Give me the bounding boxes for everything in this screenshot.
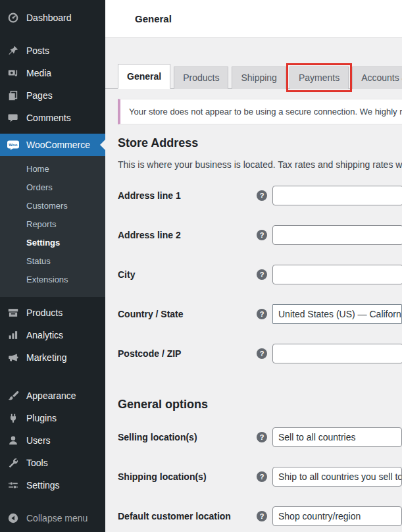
submenu-item-orders[interactable]: Orders (0, 178, 105, 197)
tab-accounts-privacy[interactable]: Accounts & (352, 66, 402, 89)
sidebar-item-label: Products (26, 307, 63, 318)
help-icon[interactable]: ? (257, 348, 267, 359)
sidebar-item-pages[interactable]: Pages (0, 84, 105, 107)
sidebar-item-label: Analytics (26, 330, 63, 340)
form-row-selling-locations: Selling location(s) ? Sell to all countr… (105, 427, 402, 447)
submenu-item-settings[interactable]: Settings (0, 234, 105, 252)
help-icon[interactable]: ? (257, 269, 267, 280)
sidebar-item-label: Collapse menu (26, 513, 88, 523)
field-label: Address line 1 (118, 190, 257, 201)
default-customer-location-select[interactable]: Shop country/region (272, 506, 402, 526)
general-options-heading: General options (118, 398, 402, 412)
sidebar-item-analytics[interactable]: Analytics (0, 324, 105, 346)
megaphone-icon (7, 351, 20, 364)
submenu-item-customers[interactable]: Customers (0, 197, 105, 215)
svg-text:Woo: Woo (9, 142, 18, 147)
settings-tabs: GeneralProductsShippingPaymentsAccounts … (105, 64, 402, 89)
box-icon (7, 306, 20, 319)
collapse-arrow-icon (7, 512, 20, 525)
woocommerce-icon: Woo (7, 138, 20, 151)
sidebar-item-label: Plugins (26, 413, 57, 423)
form-row-shipping-locations: Shipping location(s) ? Ship to all count… (105, 467, 402, 487)
brush-icon (7, 389, 20, 402)
sidebar-item-users[interactable]: Users (0, 429, 105, 452)
field-label: City (118, 269, 257, 280)
help-icon[interactable]: ? (257, 471, 267, 482)
main-content: General GeneralProductsShippingPaymentsA… (105, 0, 402, 532)
page-header: General (105, 0, 402, 38)
sidebar-item-marketing[interactable]: Marketing (0, 346, 105, 369)
form-row-address-line-1: Address line 1 ? (105, 186, 402, 205)
tab-shipping[interactable]: Shipping (232, 66, 286, 89)
sidebar-item-label: Comments (26, 113, 71, 123)
field-label: Address line 2 (118, 230, 257, 240)
store-address-description: This is where your business is located. … (118, 159, 402, 170)
field-label: Postcode / ZIP (118, 348, 257, 359)
sidebar-item-label: Pages (26, 90, 53, 101)
sidebar-item-media[interactable]: Media (0, 62, 105, 84)
sidebar-item-dashboard[interactable]: Dashboard (0, 7, 105, 29)
sidebar-item-comments[interactable]: Comments (0, 107, 105, 129)
selected-value: United States (US) — California (278, 309, 402, 319)
field-label: Country / State (118, 309, 257, 319)
city-input[interactable] (272, 265, 402, 284)
field-label: Default customer location (118, 511, 257, 521)
submenu-item-home[interactable]: Home (0, 160, 105, 178)
store-address-form: Address line 1 ? Address line 2 ? City ?… (105, 186, 402, 363)
page-title: General (135, 13, 172, 24)
sidebar-item-label: Marketing (26, 352, 66, 363)
wrench-icon (7, 456, 20, 469)
comment-icon (7, 111, 20, 124)
media-icon (7, 66, 20, 80)
sidebar-item-settings[interactable]: Settings (0, 474, 105, 496)
sidebar-item-plugins[interactable]: Plugins (0, 407, 105, 429)
woocommerce-submenu: Home Orders Customers Reports Settings S… (0, 156, 105, 297)
selling-locations-select[interactable]: Sell to all countries (272, 427, 402, 447)
selected-value: Shop country/region (278, 511, 361, 521)
shipping-locations-select[interactable]: Ship to all countries you sell to (272, 467, 402, 487)
form-row-address-line-2: Address line 2 ? (105, 225, 402, 245)
help-icon[interactable]: ? (257, 432, 267, 442)
help-icon[interactable]: ? (257, 511, 267, 521)
admin-sidebar: Dashboard Posts Media Pages Comments Woo… (0, 0, 105, 532)
secure-connection-notice: Your store does not appear to be using a… (118, 99, 402, 124)
tab-products[interactable]: Products (174, 66, 228, 89)
tab-general[interactable]: General (118, 64, 170, 89)
submenu-item-extensions[interactable]: Extensions (0, 271, 105, 289)
sidebar-item-label: Tools (26, 458, 48, 468)
form-row-postcode-zip: Postcode / ZIP ? (105, 344, 402, 363)
sidebar-item-label: Settings (26, 480, 60, 491)
sidebar-item-tools[interactable]: Tools (0, 452, 105, 474)
country-state-select[interactable]: United States (US) — California (272, 304, 402, 324)
tab-payments[interactable]: Payments (289, 66, 349, 89)
submenu-item-status[interactable]: Status (0, 252, 105, 271)
field-label: Shipping location(s) (118, 471, 257, 482)
help-icon[interactable]: ? (257, 230, 267, 240)
sidebar-item-woocommerce[interactable]: Woo WooCommerce (0, 134, 105, 156)
store-address-heading: Store Address (118, 136, 402, 150)
postcode-zip-input[interactable] (272, 344, 402, 363)
collapse-menu-button[interactable]: Collapse menu (0, 507, 105, 529)
current-menu-arrow-icon (100, 140, 105, 150)
plug-icon (7, 412, 20, 425)
notice-text: Your store does not appear to be using a… (129, 107, 402, 117)
field-label: Selling location(s) (118, 432, 257, 442)
sidebar-item-label: Posts (26, 45, 49, 56)
sidebar-item-label: Media (26, 68, 51, 78)
sidebar-item-products[interactable]: Products (0, 302, 105, 324)
person-icon (7, 434, 20, 447)
sidebar-item-label: Appearance (26, 390, 76, 401)
address-line-2-input[interactable] (272, 225, 402, 245)
selected-value: Ship to all countries you sell to (278, 471, 402, 482)
sidebar-item-appearance[interactable]: Appearance (0, 385, 105, 407)
help-icon[interactable]: ? (257, 309, 267, 319)
sidebar-item-label: Users (26, 435, 51, 446)
address-line-1-input[interactable] (272, 186, 402, 205)
help-icon[interactable]: ? (257, 190, 267, 201)
general-options-form: Selling location(s) ? Sell to all countr… (105, 427, 402, 526)
submenu-item-reports[interactable]: Reports (0, 215, 105, 234)
form-row-country-state: Country / State ? United States (US) — C… (105, 304, 402, 324)
bar-chart-icon (7, 329, 20, 342)
dashboard-icon (7, 11, 20, 24)
sidebar-item-posts[interactable]: Posts (0, 40, 105, 62)
